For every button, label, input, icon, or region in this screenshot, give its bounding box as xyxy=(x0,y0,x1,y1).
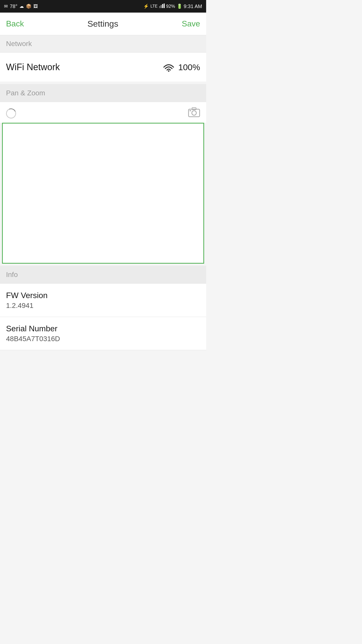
fw-version-item: FW Version 1.2.4941 xyxy=(0,284,206,317)
temperature-text: 78° xyxy=(10,4,17,9)
status-bar-left: ✉ 78° ☁ 📦 🖼 xyxy=(4,4,38,9)
pan-zoom-canvas[interactable] xyxy=(2,123,204,264)
wifi-network-label: WiFi Network xyxy=(6,62,60,72)
bluetooth-icon: ⚡ xyxy=(143,4,149,9)
status-bar: ✉ 78° ☁ 📦 🖼 ⚡ LTE 92% 🔋 9:31 AM xyxy=(0,0,206,13)
network-section-label: Network xyxy=(6,40,32,48)
package-icon: 📦 xyxy=(26,4,31,9)
wifi-network-row[interactable]: WiFi Network 100% xyxy=(0,53,206,82)
wifi-strength-text: 100% xyxy=(178,62,200,72)
gallery-icon: 🖼 xyxy=(33,4,38,9)
top-navigation: Back Settings Save xyxy=(0,13,206,35)
pan-zoom-controls xyxy=(0,102,206,123)
serial-number-value: 48B45A7T0316D xyxy=(6,335,200,343)
svg-rect-1 xyxy=(161,5,162,8)
serial-number-title: Serial Number xyxy=(6,324,200,333)
save-button[interactable]: Save xyxy=(182,19,200,28)
back-button[interactable]: Back xyxy=(6,19,24,28)
svg-point-6 xyxy=(192,111,196,115)
pan-zoom-label: Pan & Zoom xyxy=(6,89,45,97)
network-section-header: Network xyxy=(0,35,206,53)
svg-rect-0 xyxy=(159,6,160,8)
wifi-signal-icon xyxy=(163,62,175,73)
fw-version-title: FW Version xyxy=(6,291,200,300)
svg-rect-7 xyxy=(192,108,196,110)
serial-number-item: Serial Number 48B45A7T0316D xyxy=(0,317,206,350)
lte-icon: LTE xyxy=(150,4,157,9)
pan-zoom-section-header: Pan & Zoom xyxy=(0,84,206,102)
svg-rect-3 xyxy=(164,4,165,8)
camera-icon[interactable] xyxy=(188,107,200,120)
info-label: Info xyxy=(6,271,18,278)
signal-icon xyxy=(159,4,165,9)
page-title: Settings xyxy=(87,19,118,29)
status-bar-right: ⚡ LTE 92% 🔋 9:31 AM xyxy=(143,4,202,9)
svg-point-4 xyxy=(168,70,169,72)
info-section-header: Info xyxy=(0,266,206,284)
fw-version-value: 1.2.4941 xyxy=(6,302,200,310)
mail-icon: ✉ xyxy=(4,4,8,9)
wifi-status: 100% xyxy=(163,62,200,73)
svg-rect-2 xyxy=(162,4,163,8)
time-text: 9:31 AM xyxy=(184,4,202,9)
svg-rect-8 xyxy=(190,110,191,111)
loading-spinner-icon xyxy=(4,107,18,120)
battery-icon: 🔋 xyxy=(177,4,182,9)
battery-percent: 92% xyxy=(166,4,175,9)
cloud-icon: ☁ xyxy=(19,4,24,9)
